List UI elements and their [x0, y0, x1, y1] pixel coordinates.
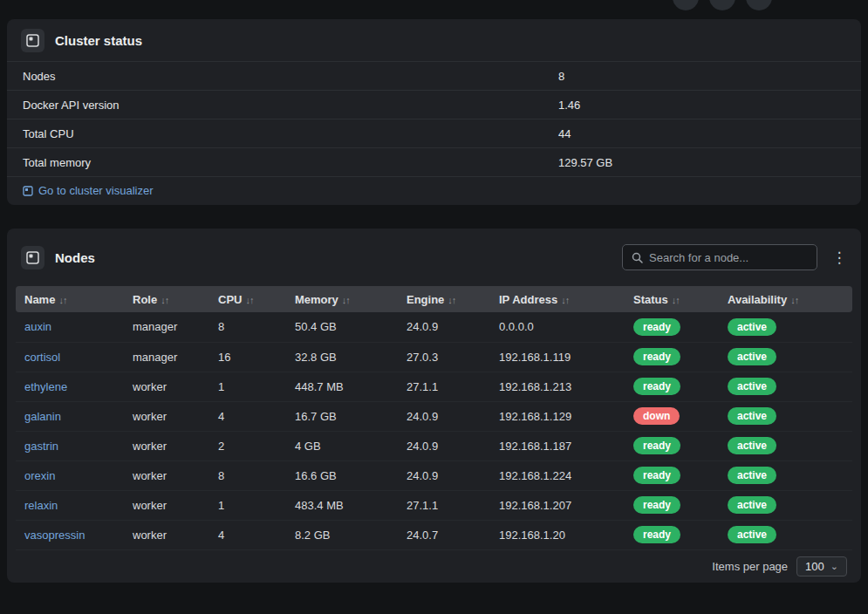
cluster-status-row: Total memory129.57 GB: [7, 147, 861, 176]
node-name-link[interactable]: vasopressin: [24, 529, 85, 542]
cluster-status-row: Nodes8: [7, 61, 861, 90]
node-name-link[interactable]: gastrin: [24, 440, 58, 453]
node-engine: 24.0.9: [398, 401, 490, 431]
node-memory: 483.4 MB: [286, 490, 398, 520]
nodes-panel: Nodes ⋮ Name↓↑Role↓↑CPU↓↑Memory↓↑Engine↓…: [7, 229, 861, 583]
visualizer-icon: [23, 186, 33, 196]
node-ip: 192.168.1.207: [490, 490, 625, 520]
search-icon: [632, 252, 643, 263]
node-status-cell: ready: [625, 431, 719, 460]
status-badge: ready: [633, 437, 680, 454]
node-cpu: 4: [209, 520, 286, 549]
node-name-link[interactable]: orexin: [24, 469, 55, 482]
node-status-cell: ready: [625, 520, 719, 549]
status-badge: ready: [633, 496, 680, 514]
node-cpu: 2: [209, 431, 286, 460]
node-name-link[interactable]: auxin: [24, 320, 51, 333]
status-badge: ready: [633, 467, 680, 484]
cluster-visualizer-link-label: Go to cluster visualizer: [38, 184, 154, 197]
cluster-row-value: 1.46: [558, 99, 580, 112]
sort-icon[interactable]: ↓↑: [561, 295, 569, 305]
topbar-icon[interactable]: [673, 0, 699, 10]
node-ip: 192.168.1.119: [490, 342, 625, 372]
node-name-link[interactable]: ethylene: [24, 380, 67, 393]
availability-badge: active: [728, 467, 776, 484]
node-status-cell: ready: [625, 490, 719, 520]
node-availability-cell: active: [719, 490, 852, 520]
node-memory: 16.7 GB: [286, 401, 398, 431]
column-header-cpu[interactable]: CPU↓↑: [209, 286, 286, 312]
topbar-icon[interactable]: [746, 0, 772, 10]
node-search-box: [622, 244, 817, 270]
cluster-status-row: Total CPU44: [7, 119, 861, 147]
column-label: Availability: [728, 293, 787, 306]
column-header-status[interactable]: Status↓↑: [625, 286, 719, 312]
node-ip: 192.168.1.129: [490, 401, 625, 431]
availability-badge: active: [728, 407, 776, 425]
node-name-link[interactable]: cortisol: [24, 351, 60, 364]
sort-icon[interactable]: ↓↑: [58, 295, 66, 305]
topbar-icon[interactable]: [709, 0, 735, 10]
node-status-cell: down: [625, 401, 719, 431]
column-header-engine[interactable]: Engine↓↑: [398, 286, 490, 312]
column-header-name[interactable]: Name↓↑: [16, 286, 124, 312]
status-badge: down: [633, 407, 680, 425]
table-row: cortisolmanager1632.8 GB27.0.3192.168.1.…: [16, 342, 852, 372]
sort-icon[interactable]: ↓↑: [245, 295, 253, 305]
table-row: relaxinworker1483.4 MB27.1.1192.168.1.20…: [16, 490, 852, 520]
node-role: worker: [124, 372, 209, 401]
node-name-link[interactable]: relaxin: [24, 499, 58, 512]
kebab-menu-icon[interactable]: ⋮: [828, 244, 851, 270]
node-memory: 448.7 MB: [286, 372, 398, 401]
sort-icon[interactable]: ↓↑: [448, 295, 455, 305]
availability-badge: active: [728, 378, 776, 395]
table-row: gastrinworker24 GB24.0.9192.168.1.187rea…: [16, 431, 852, 460]
column-header-role[interactable]: Role↓↑: [124, 286, 209, 312]
column-header-memory[interactable]: Memory↓↑: [286, 286, 398, 312]
node-engine: 27.1.1: [398, 372, 490, 401]
node-name-link[interactable]: galanin: [24, 410, 61, 423]
table-row: vasopressinworker48.2 GB24.0.7192.168.1.…: [16, 520, 852, 549]
sort-icon[interactable]: ↓↑: [161, 295, 168, 305]
node-status-cell: ready: [625, 372, 719, 401]
node-role: worker: [124, 401, 209, 431]
items-per-page-select[interactable]: 100 ⌄: [796, 556, 847, 576]
node-name-cell: galanin: [16, 401, 124, 431]
node-search-input[interactable]: [649, 251, 808, 264]
table-row: orexinworker816.6 GB24.0.9192.168.1.224r…: [16, 460, 852, 490]
cluster-row-label: Total CPU: [23, 127, 558, 140]
node-role: worker: [124, 460, 209, 490]
column-label: Memory: [295, 293, 338, 306]
cluster-visualizer-link[interactable]: Go to cluster visualizer: [23, 184, 154, 197]
node-availability-cell: active: [719, 431, 852, 460]
sort-icon[interactable]: ↓↑: [790, 295, 798, 305]
column-header-availability[interactable]: Availability↓↑: [719, 286, 852, 312]
node-engine: 27.1.1: [398, 490, 490, 520]
node-name-cell: relaxin: [16, 490, 124, 520]
cluster-row-label: Nodes: [23, 70, 558, 83]
topbar-icons: [673, 0, 772, 10]
table-row: galaninworker416.7 GB24.0.9192.168.1.129…: [16, 401, 852, 431]
node-role: manager: [124, 342, 209, 372]
sort-icon[interactable]: ↓↑: [342, 295, 350, 305]
node-memory: 50.4 GB: [286, 312, 398, 342]
node-ip: 192.168.1.224: [490, 460, 625, 490]
sort-icon[interactable]: ↓↑: [672, 295, 680, 305]
node-ip: 192.168.1.187: [490, 431, 625, 460]
node-status-cell: ready: [625, 312, 719, 342]
status-badge: ready: [633, 348, 680, 365]
node-availability-cell: active: [719, 520, 852, 549]
node-availability-cell: active: [719, 401, 852, 431]
node-ip: 192.168.1.20: [490, 520, 625, 549]
availability-badge: active: [728, 348, 776, 365]
column-label: CPU: [218, 293, 242, 306]
chevron-down-icon: ⌄: [830, 562, 838, 571]
column-header-ip-address[interactable]: IP Address↓↑: [490, 286, 625, 312]
node-name-cell: orexin: [16, 460, 124, 490]
cluster-row-label: Docker API version: [23, 99, 558, 112]
cluster-status-panel: Cluster status Nodes8Docker API version1…: [7, 19, 861, 205]
table-header-row: Name↓↑Role↓↑CPU↓↑Memory↓↑Engine↓↑IP Addr…: [16, 286, 852, 312]
node-status-cell: ready: [625, 342, 719, 372]
node-memory: 32.8 GB: [286, 342, 398, 372]
node-availability-cell: active: [719, 372, 852, 401]
